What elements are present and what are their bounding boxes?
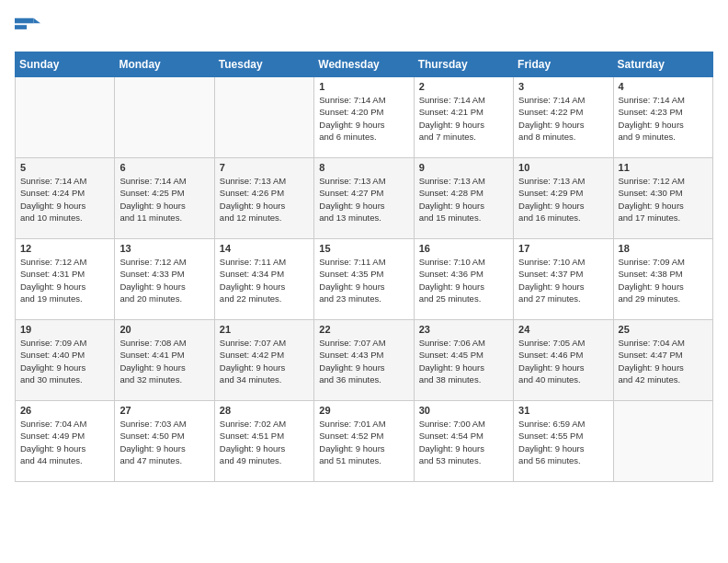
day-info: Sunrise: 7:07 AM Sunset: 4:42 PM Dayligh… (220, 337, 309, 385)
day-info: Sunrise: 7:11 AM Sunset: 4:34 PM Dayligh… (220, 256, 309, 304)
day-number: 31 (518, 405, 608, 416)
day-info: Sunrise: 7:13 AM Sunset: 4:29 PM Dayligh… (518, 175, 608, 224)
logo-icon (15, 15, 40, 40)
calendar-row: 26Sunrise: 7:04 AM Sunset: 4:49 PM Dayli… (16, 401, 713, 482)
calendar-cell (115, 77, 214, 158)
calendar-cell: 31Sunrise: 6:59 AM Sunset: 4:55 PM Dayli… (514, 401, 613, 482)
day-number: 24 (518, 324, 608, 335)
day-number: 1 (319, 81, 408, 92)
day-info: Sunrise: 7:08 AM Sunset: 4:41 PM Dayligh… (119, 337, 209, 385)
day-info: Sunrise: 7:12 AM Sunset: 4:31 PM Dayligh… (20, 256, 109, 304)
calendar-cell: 20Sunrise: 7:08 AM Sunset: 4:41 PM Dayli… (115, 320, 214, 401)
day-number: 28 (220, 405, 309, 416)
day-number: 19 (20, 324, 109, 335)
day-number: 6 (119, 162, 209, 173)
day-info: Sunrise: 7:07 AM Sunset: 4:43 PM Dayligh… (319, 337, 408, 385)
day-number: 14 (220, 243, 309, 254)
calendar-row: 12Sunrise: 7:12 AM Sunset: 4:31 PM Dayli… (16, 239, 713, 320)
day-number: 4 (619, 81, 708, 92)
day-info: Sunrise: 7:13 AM Sunset: 4:28 PM Dayligh… (419, 175, 508, 224)
day-info: Sunrise: 7:01 AM Sunset: 4:52 PM Dayligh… (319, 418, 408, 466)
day-info: Sunrise: 7:14 AM Sunset: 4:24 PM Dayligh… (20, 175, 109, 224)
day-info: Sunrise: 7:04 AM Sunset: 4:49 PM Dayligh… (20, 418, 109, 466)
day-info: Sunrise: 7:06 AM Sunset: 4:45 PM Dayligh… (419, 337, 508, 385)
day-number: 18 (619, 243, 708, 254)
calendar-cell: 1Sunrise: 7:14 AM Sunset: 4:20 PM Daylig… (314, 77, 414, 158)
svg-rect-1 (15, 18, 34, 24)
calendar-cell: 16Sunrise: 7:10 AM Sunset: 4:36 PM Dayli… (414, 239, 513, 320)
calendar-cell (613, 401, 712, 482)
day-number: 13 (119, 243, 209, 254)
calendar-cell (214, 77, 313, 158)
calendar-header-cell: Tuesday (214, 52, 313, 77)
day-info: Sunrise: 7:05 AM Sunset: 4:46 PM Dayligh… (518, 337, 608, 385)
day-number: 22 (319, 324, 408, 335)
day-number: 29 (319, 405, 408, 416)
day-info: Sunrise: 7:03 AM Sunset: 4:50 PM Dayligh… (119, 418, 209, 466)
day-number: 25 (619, 324, 708, 335)
day-number: 8 (319, 162, 408, 173)
day-info: Sunrise: 7:14 AM Sunset: 4:23 PM Dayligh… (619, 94, 708, 143)
day-info: Sunrise: 7:12 AM Sunset: 4:33 PM Dayligh… (119, 256, 209, 304)
day-info: Sunrise: 7:14 AM Sunset: 4:22 PM Dayligh… (518, 94, 608, 143)
calendar-header-cell: Sunday (16, 52, 115, 77)
calendar-cell: 19Sunrise: 7:09 AM Sunset: 4:40 PM Dayli… (16, 320, 115, 401)
calendar-cell: 29Sunrise: 7:01 AM Sunset: 4:52 PM Dayli… (314, 401, 414, 482)
day-number: 17 (518, 243, 608, 254)
day-info: Sunrise: 7:10 AM Sunset: 4:37 PM Dayligh… (518, 256, 608, 304)
calendar-row: 19Sunrise: 7:09 AM Sunset: 4:40 PM Dayli… (16, 320, 713, 401)
calendar-cell: 9Sunrise: 7:13 AM Sunset: 4:28 PM Daylig… (414, 158, 513, 239)
svg-marker-0 (34, 18, 40, 24)
day-info: Sunrise: 7:13 AM Sunset: 4:27 PM Dayligh… (319, 175, 408, 224)
day-number: 9 (419, 162, 508, 173)
calendar-body: 1Sunrise: 7:14 AM Sunset: 4:20 PM Daylig… (16, 77, 713, 482)
day-info: Sunrise: 7:14 AM Sunset: 4:25 PM Dayligh… (119, 175, 209, 224)
day-info: Sunrise: 7:12 AM Sunset: 4:30 PM Dayligh… (619, 175, 708, 224)
day-number: 15 (319, 243, 408, 254)
day-info: Sunrise: 7:10 AM Sunset: 4:36 PM Dayligh… (419, 256, 508, 304)
calendar-cell: 22Sunrise: 7:07 AM Sunset: 4:43 PM Dayli… (314, 320, 414, 401)
day-info: Sunrise: 7:14 AM Sunset: 4:20 PM Dayligh… (319, 94, 408, 143)
calendar-header-row: SundayMondayTuesdayWednesdayThursdayFrid… (16, 52, 713, 77)
calendar-cell: 10Sunrise: 7:13 AM Sunset: 4:29 PM Dayli… (514, 158, 613, 239)
calendar-cell: 5Sunrise: 7:14 AM Sunset: 4:24 PM Daylig… (16, 158, 115, 239)
calendar-cell: 4Sunrise: 7:14 AM Sunset: 4:23 PM Daylig… (613, 77, 712, 158)
calendar-cell: 21Sunrise: 7:07 AM Sunset: 4:42 PM Dayli… (214, 320, 313, 401)
calendar-cell: 24Sunrise: 7:05 AM Sunset: 4:46 PM Dayli… (514, 320, 613, 401)
day-number: 2 (419, 81, 508, 92)
day-number: 23 (419, 324, 508, 335)
calendar-header-cell: Friday (514, 52, 613, 77)
calendar-cell: 13Sunrise: 7:12 AM Sunset: 4:33 PM Dayli… (115, 239, 214, 320)
calendar-cell: 6Sunrise: 7:14 AM Sunset: 4:25 PM Daylig… (115, 158, 214, 239)
day-info: Sunrise: 7:04 AM Sunset: 4:47 PM Dayligh… (619, 337, 708, 385)
calendar-header-cell: Thursday (414, 52, 513, 77)
logo (15, 15, 44, 40)
day-info: Sunrise: 7:09 AM Sunset: 4:40 PM Dayligh… (20, 337, 109, 385)
calendar-cell: 15Sunrise: 7:11 AM Sunset: 4:35 PM Dayli… (314, 239, 414, 320)
calendar-row: 5Sunrise: 7:14 AM Sunset: 4:24 PM Daylig… (16, 158, 713, 239)
day-number: 21 (220, 324, 309, 335)
calendar-cell: 26Sunrise: 7:04 AM Sunset: 4:49 PM Dayli… (16, 401, 115, 482)
day-number: 5 (20, 162, 109, 173)
calendar-cell: 8Sunrise: 7:13 AM Sunset: 4:27 PM Daylig… (314, 158, 414, 239)
calendar-cell: 14Sunrise: 7:11 AM Sunset: 4:34 PM Dayli… (214, 239, 313, 320)
calendar-cell: 30Sunrise: 7:00 AM Sunset: 4:54 PM Dayli… (414, 401, 513, 482)
day-info: Sunrise: 7:02 AM Sunset: 4:51 PM Dayligh… (220, 418, 309, 466)
day-number: 11 (619, 162, 708, 173)
calendar-cell: 12Sunrise: 7:12 AM Sunset: 4:31 PM Dayli… (16, 239, 115, 320)
day-number: 12 (20, 243, 109, 254)
day-number: 27 (119, 405, 209, 416)
calendar-cell: 27Sunrise: 7:03 AM Sunset: 4:50 PM Dayli… (115, 401, 214, 482)
day-info: Sunrise: 7:11 AM Sunset: 4:35 PM Dayligh… (319, 256, 408, 304)
calendar-cell: 23Sunrise: 7:06 AM Sunset: 4:45 PM Dayli… (414, 320, 513, 401)
day-info: Sunrise: 7:00 AM Sunset: 4:54 PM Dayligh… (419, 418, 508, 466)
day-number: 20 (119, 324, 209, 335)
calendar-cell: 28Sunrise: 7:02 AM Sunset: 4:51 PM Dayli… (214, 401, 313, 482)
svg-rect-2 (15, 25, 27, 29)
calendar-table: SundayMondayTuesdayWednesdayThursdayFrid… (15, 52, 713, 482)
calendar-header-cell: Saturday (613, 52, 712, 77)
calendar-cell: 2Sunrise: 7:14 AM Sunset: 4:21 PM Daylig… (414, 77, 513, 158)
calendar-cell: 25Sunrise: 7:04 AM Sunset: 4:47 PM Dayli… (613, 320, 712, 401)
calendar-cell: 18Sunrise: 7:09 AM Sunset: 4:38 PM Dayli… (613, 239, 712, 320)
day-info: Sunrise: 7:09 AM Sunset: 4:38 PM Dayligh… (619, 256, 708, 304)
